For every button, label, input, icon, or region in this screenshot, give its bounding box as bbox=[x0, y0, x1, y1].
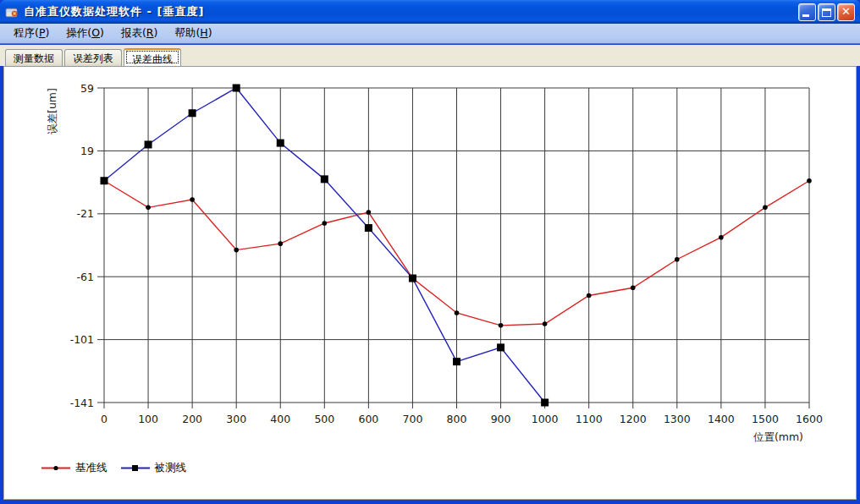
data-point-marker bbox=[367, 210, 372, 215]
y-tick-label: 59 bbox=[80, 82, 94, 95]
data-point-marker bbox=[499, 323, 504, 328]
menu-item-r[interactable]: 报表(R) bbox=[113, 24, 166, 43]
data-point-marker bbox=[543, 321, 548, 326]
x-tick-label: 1500 bbox=[752, 413, 779, 425]
maximize-button[interactable] bbox=[818, 3, 835, 21]
menu-bar: 程序(P)操作(O)报表(R)帮助(H) bbox=[0, 24, 860, 44]
close-button[interactable]: ✕ bbox=[837, 3, 855, 21]
app-window: 自准直仪数据处理软件 - [垂直度] ✕ 程序(P)操作(O)报表(R)帮助(H… bbox=[0, 0, 860, 504]
legend-item-基准线: 基准线 bbox=[41, 461, 108, 475]
tab-headers: 测量数据误差列表误差曲线 bbox=[5, 48, 183, 66]
error-curve-chart: 5919-21-61-101-1410100200300400500600700… bbox=[4, 67, 856, 499]
data-point-marker bbox=[453, 358, 460, 365]
y-tick-label: -101 bbox=[70, 333, 94, 346]
data-point-marker bbox=[321, 175, 328, 183]
data-point-marker bbox=[101, 177, 108, 184]
x-tick-label: 300 bbox=[226, 413, 246, 425]
data-point-marker bbox=[234, 248, 239, 253]
data-point-marker bbox=[146, 205, 151, 211]
x-tick-label: 700 bbox=[403, 413, 423, 425]
y-tick-label: 19 bbox=[80, 145, 94, 157]
minimize-icon bbox=[802, 14, 809, 17]
data-point-marker bbox=[763, 205, 768, 211]
data-point-marker bbox=[233, 85, 240, 92]
title-bar: 自准直仪数据处理软件 - [垂直度] ✕ bbox=[0, 0, 860, 24]
x-tick-label: 200 bbox=[182, 413, 202, 425]
data-point-marker bbox=[189, 109, 196, 117]
x-tick-label: 1200 bbox=[620, 413, 647, 425]
data-point-marker bbox=[277, 140, 284, 147]
chart-legend: 基准线被测线 bbox=[41, 461, 186, 475]
data-point-marker bbox=[322, 221, 328, 226]
y-axis-title: 误差[um] bbox=[46, 57, 60, 167]
legend-marker-icon bbox=[121, 463, 150, 473]
x-axis-title: 位置(mm) bbox=[753, 430, 803, 445]
data-point-marker bbox=[587, 293, 592, 299]
data-point-marker bbox=[719, 235, 724, 240]
data-point-marker bbox=[631, 285, 636, 290]
x-tick-label: 0 bbox=[101, 413, 108, 425]
data-point-marker bbox=[190, 197, 195, 202]
x-tick-label: 600 bbox=[358, 413, 378, 425]
window-title: 自准直仪数据处理软件 - [垂直度] bbox=[24, 4, 204, 19]
data-point-marker bbox=[409, 275, 416, 282]
data-point-marker bbox=[145, 140, 152, 148]
legend-marker-icon bbox=[41, 463, 70, 473]
x-tick-label: 1600 bbox=[796, 413, 823, 425]
legend-label: 基准线 bbox=[75, 461, 108, 475]
minimize-button[interactable] bbox=[798, 3, 816, 21]
legend-label: 被测线 bbox=[155, 461, 187, 475]
x-tick-label: 400 bbox=[270, 413, 290, 425]
menu-item-o[interactable]: 操作(O) bbox=[58, 24, 113, 43]
x-tick-label: 1300 bbox=[664, 413, 691, 425]
chart-panel: 5919-21-61-101-1410100200300400500600700… bbox=[3, 66, 857, 500]
tab-2[interactable]: 误差列表 bbox=[64, 49, 122, 66]
x-tick-label: 1400 bbox=[708, 413, 735, 425]
legend-item-被测线: 被测线 bbox=[121, 461, 187, 475]
y-tick-label: -141 bbox=[70, 397, 94, 409]
data-point-marker bbox=[497, 343, 504, 351]
x-tick-label: 1000 bbox=[532, 413, 559, 425]
data-point-marker bbox=[541, 399, 549, 407]
maximize-icon bbox=[822, 8, 831, 17]
data-point-marker bbox=[807, 178, 812, 184]
y-tick-label: -61 bbox=[77, 271, 94, 283]
data-point-marker bbox=[675, 257, 680, 262]
x-tick-label: 1100 bbox=[576, 413, 603, 425]
menu-item-p[interactable]: 程序(P) bbox=[5, 24, 58, 43]
x-tick-label: 900 bbox=[491, 413, 511, 425]
tab-3[interactable]: 误差曲线 bbox=[124, 48, 181, 66]
close-icon: ✕ bbox=[841, 5, 851, 18]
data-point-marker bbox=[278, 241, 283, 246]
x-tick-label: 800 bbox=[447, 413, 467, 425]
data-point-marker bbox=[365, 224, 372, 232]
x-tick-label: 100 bbox=[138, 413, 158, 425]
y-tick-label: -21 bbox=[77, 207, 94, 220]
x-tick-label: 500 bbox=[314, 413, 334, 425]
app-icon bbox=[5, 5, 19, 19]
data-point-marker bbox=[455, 310, 460, 315]
menu-item-h[interactable]: 帮助(H) bbox=[166, 24, 220, 43]
